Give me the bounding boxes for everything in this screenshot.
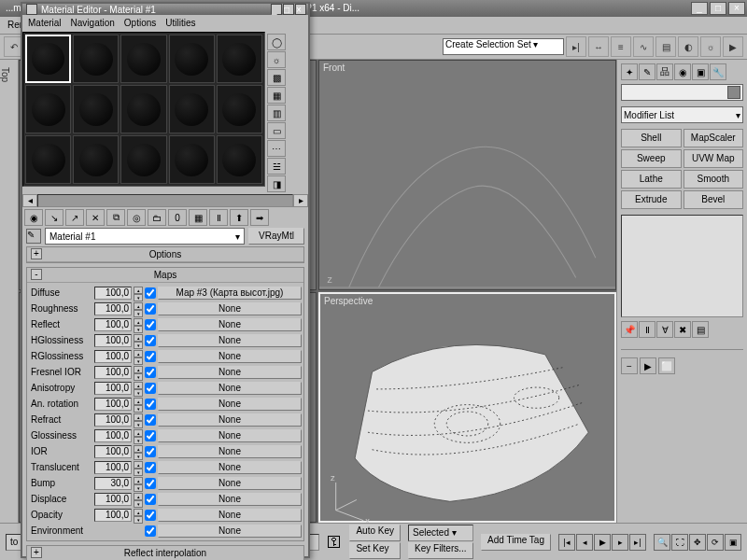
modifier-list-dropdown[interactable]: Modifier List▾ <box>621 106 743 123</box>
reset-map-icon[interactable]: ✕ <box>86 209 105 226</box>
show-end-icon[interactable]: Ⅱ <box>639 321 655 338</box>
modifier-sweep[interactable]: Sweep <box>621 149 682 168</box>
map-amount-field[interactable]: 100,0 <box>94 287 132 300</box>
material-slot[interactable] <box>73 85 119 133</box>
video-check-icon[interactable]: ▥ <box>267 105 286 121</box>
selection-set-dropdown[interactable]: Create Selection Set ▾ <box>443 38 564 55</box>
modify-tab-icon[interactable]: ✎ <box>639 63 655 80</box>
material-slot[interactable] <box>169 85 215 133</box>
modifier-stack[interactable] <box>621 215 743 317</box>
hierarchy-tab-icon[interactable]: 品 <box>656 63 673 80</box>
mtl-map-nav-icon[interactable]: ◨ <box>267 175 286 192</box>
lock-icon[interactable]: ⚿ <box>327 534 342 551</box>
pan-icon[interactable]: ✥ <box>689 534 706 551</box>
map-amount-field[interactable]: 100,0 <box>94 350 132 363</box>
map-slot-button[interactable]: None <box>158 509 302 522</box>
material-slot[interactable] <box>217 135 262 184</box>
viewport-perspective[interactable]: Perspective zx <box>318 292 616 523</box>
curve-editor-icon[interactable]: ∿ <box>633 36 654 57</box>
modifier-uvw-map[interactable]: UVW Map <box>684 149 744 168</box>
material-slot[interactable] <box>73 35 119 83</box>
material-name-field[interactable]: Material #1▾ <box>45 228 245 245</box>
map-slot-button[interactable]: None <box>158 302 302 315</box>
keyfilters-button[interactable]: Key Filters... <box>408 542 473 559</box>
map-slot-button[interactable]: None <box>158 429 302 442</box>
object-name-field[interactable] <box>621 84 743 101</box>
modifier-lathe[interactable]: Lathe <box>621 170 682 189</box>
map-enable-checkbox[interactable] <box>145 335 156 346</box>
map-slot-button[interactable]: None <box>158 477 302 490</box>
map-enable-checkbox[interactable] <box>145 510 156 521</box>
material-slot[interactable] <box>25 85 71 133</box>
material-slot[interactable] <box>217 35 262 83</box>
map-amount-field[interactable]: 100,0 <box>94 398 132 411</box>
align-icon[interactable]: ↔ <box>588 36 609 57</box>
spinner-icon[interactable]: ▴▾ <box>134 413 143 427</box>
render-setup-icon[interactable]: ☼ <box>700 36 721 57</box>
material-slot[interactable] <box>25 135 71 184</box>
map-amount-field[interactable]: 100,0 <box>94 366 132 379</box>
arc-rotate-icon[interactable]: ⟳ <box>707 534 724 551</box>
me-menu-options[interactable]: Options <box>124 15 156 32</box>
modifier-bevel[interactable]: Bevel <box>684 190 744 209</box>
me-menu-material[interactable]: Material <box>28 15 62 32</box>
modifier-extrude[interactable]: Extrude <box>621 190 682 209</box>
show-end-result-icon[interactable]: Ⅱ <box>209 209 228 226</box>
material-slot[interactable] <box>169 135 215 184</box>
material-slot[interactable] <box>25 35 71 83</box>
material-slot[interactable] <box>120 35 166 83</box>
spinner-icon[interactable]: ▴▾ <box>134 382 143 395</box>
modifier-mapscaler[interactable]: MapScaler <box>684 129 744 147</box>
motion-tab-icon[interactable]: ◉ <box>674 63 691 80</box>
schematic-icon[interactable]: ▤ <box>655 36 676 57</box>
map-enable-checkbox[interactable] <box>145 303 156 315</box>
spinner-icon[interactable]: ▴▾ <box>134 445 143 458</box>
me-menu-utilities[interactable]: Utilities <box>165 15 195 32</box>
spinner-icon[interactable]: ▴▾ <box>134 334 143 347</box>
put-to-scene-icon[interactable]: ↘ <box>45 209 63 226</box>
collapse-icon[interactable]: - <box>31 269 42 280</box>
map-enable-checkbox[interactable] <box>145 351 156 362</box>
zoom-icon[interactable]: 🔍 <box>654 534 670 551</box>
map-enable-checkbox[interactable] <box>145 383 156 394</box>
map-slot-button[interactable]: None <box>158 525 302 538</box>
max-viewport-icon[interactable]: ▣ <box>725 534 741 551</box>
spinner-icon[interactable]: ▴▾ <box>134 350 143 363</box>
map-enable-checkbox[interactable] <box>145 430 156 441</box>
prev-frame-icon[interactable]: ◂ <box>576 534 593 551</box>
me-maximize-icon[interactable]: □ <box>283 4 294 15</box>
map-slot-button[interactable]: None <box>158 382 302 395</box>
material-slot[interactable] <box>217 85 262 133</box>
spinner-icon[interactable]: ▴▾ <box>134 461 143 474</box>
sample-type-icon[interactable]: ◯ <box>267 34 286 50</box>
spinner-icon[interactable]: ▴▾ <box>134 429 143 442</box>
map-amount-field[interactable]: 100,0 <box>94 509 132 522</box>
maximize-button[interactable]: □ <box>710 2 726 15</box>
map-slot-button[interactable]: None <box>158 445 302 458</box>
map-amount-field[interactable]: 100,0 <box>94 302 132 315</box>
map-amount-field[interactable]: 100,0 <box>94 461 132 474</box>
slots-scrollbar[interactable]: ◂▸ <box>22 194 308 207</box>
create-tab-icon[interactable]: ✦ <box>621 63 638 80</box>
show-in-vp-icon[interactable]: ▦ <box>189 209 207 226</box>
me-close-icon[interactable]: × <box>295 4 306 15</box>
setkey-button[interactable]: Set Key <box>349 542 401 559</box>
spinner-icon[interactable]: ▴▾ <box>134 366 143 379</box>
map-amount-field[interactable]: 100,0 <box>94 429 132 442</box>
minimize-button[interactable]: _ <box>691 2 708 15</box>
material-slot[interactable] <box>120 85 166 133</box>
map-amount-field[interactable]: 100,0 <box>94 382 132 395</box>
options-rollout[interactable]: +Options <box>26 246 304 263</box>
map-slot-button[interactable]: None <box>158 366 302 379</box>
viewport-front[interactable]: Front zx <box>318 60 616 290</box>
scroll-left-icon[interactable]: ◂ <box>22 194 37 207</box>
spinner-icon[interactable]: ▴▾ <box>134 318 143 331</box>
map-enable-checkbox[interactable] <box>145 287 156 299</box>
render-icon[interactable]: ▶ <box>723 36 743 57</box>
background-icon[interactable]: ▩ <box>267 69 286 86</box>
layer-icon[interactable]: ≡ <box>611 36 631 57</box>
map-slot-button[interactable]: None <box>158 461 302 474</box>
me-menu-navigation[interactable]: Navigation <box>71 15 115 32</box>
go-sibling-icon[interactable]: ➡ <box>250 209 269 226</box>
min-gizmo-icon[interactable]: − <box>621 357 638 374</box>
